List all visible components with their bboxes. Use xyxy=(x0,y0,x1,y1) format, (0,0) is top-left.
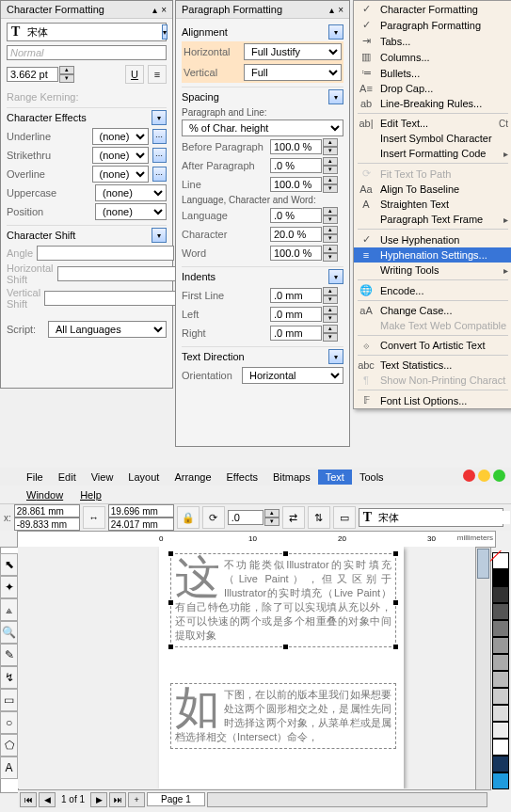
canvas[interactable]: 这 不功能类似Illustrator的实时填充（Live Paint），但又区别… xyxy=(18,547,486,788)
swatch-gray10[interactable] xyxy=(492,722,509,739)
close-icon[interactable] xyxy=(463,470,475,482)
swatch-black[interactable] xyxy=(492,569,509,586)
menu-edit-text[interactable]: ab|Edit Text...Ct xyxy=(354,116,511,131)
menu-char-formatting[interactable]: ✓Character Formatting xyxy=(354,1,511,17)
swatch-blue[interactable] xyxy=(492,756,509,772)
section-toggle-icon[interactable]: ▾ xyxy=(328,24,343,40)
swatch-gray60[interactable] xyxy=(492,637,509,654)
height-input[interactable] xyxy=(108,517,174,531)
swatch-white[interactable] xyxy=(492,739,509,756)
mirror-h-icon[interactable]: ⇄ xyxy=(282,506,305,529)
menu-change-case[interactable]: aAChange Case... xyxy=(354,303,511,318)
menu-bullets[interactable]: ≔Bullets... xyxy=(354,65,511,81)
panel-close-icon[interactable]: × xyxy=(338,5,343,15)
page-tab[interactable]: Page 1 xyxy=(147,792,205,806)
swatch-cyan[interactable] xyxy=(492,772,509,789)
menu-columns[interactable]: ▥Columns... xyxy=(354,49,511,65)
toolbar-font-input[interactable] xyxy=(376,511,510,524)
wrap-icon[interactable]: ▭ xyxy=(333,506,356,529)
strike-select[interactable]: (none) xyxy=(92,147,149,164)
tool-smart[interactable]: ↯ xyxy=(0,666,18,689)
spacing-mode-select[interactable]: % of Char. height xyxy=(182,119,343,136)
drop-icon[interactable]: ≡ xyxy=(148,65,167,84)
menu-encode[interactable]: 🌐Encode... xyxy=(354,282,511,298)
script-select[interactable]: All Languages xyxy=(48,321,167,338)
swatch-gray80[interactable] xyxy=(492,603,509,620)
menu-straighten[interactable]: AStraighten Text xyxy=(354,197,511,212)
section-toggle-icon[interactable]: ▾ xyxy=(152,110,167,125)
pos-x-input[interactable] xyxy=(14,504,80,517)
underline-icon[interactable]: U xyxy=(125,65,144,84)
uppercase-select[interactable]: (none) xyxy=(95,184,167,201)
tool-ellipse[interactable]: ○ xyxy=(0,711,18,734)
char-spacing-spinner[interactable]: ▴▾ xyxy=(270,226,338,243)
menu-effects[interactable]: Effects xyxy=(219,470,265,485)
panel-menu-icon[interactable]: ▴ xyxy=(329,5,334,15)
menu-para-formatting[interactable]: ✓Paragraph Formatting xyxy=(354,17,511,33)
orientation-select[interactable]: Horizontal xyxy=(242,367,343,384)
options-icon[interactable]: ⋯ xyxy=(152,148,167,163)
menu-convert-artistic[interactable]: ⟐Convert To Artistic Text xyxy=(354,338,511,353)
font-family-combo[interactable]: T ▾ xyxy=(7,23,167,41)
menu-dropcap[interactable]: A≡Drop Cap... xyxy=(354,81,511,96)
section-toggle-icon[interactable]: ▾ xyxy=(328,269,343,284)
position-select[interactable]: (none) xyxy=(95,203,167,220)
text-frame-2[interactable]: 如 下图，在以前的版本里我们如果想要处这两个圆形相交之处，是属性先同时选择这两个… xyxy=(170,683,396,749)
page-first-icon[interactable]: ⏮ xyxy=(20,792,37,807)
first-line-spinner[interactable]: ▴▾ xyxy=(270,287,338,304)
section-toggle-icon[interactable]: ▾ xyxy=(152,228,167,243)
menu-edit[interactable]: Edit xyxy=(51,470,84,485)
menu-hyphenation-settings[interactable]: ≡Hyphenation Settings... xyxy=(354,247,511,263)
menu-insert-symbol[interactable]: Insert Symbol Character xyxy=(354,131,511,146)
tool-shape[interactable]: ✦ xyxy=(0,576,18,598)
width-input[interactable] xyxy=(108,504,174,517)
menu-align-baseline[interactable]: AaAlign To Baseline xyxy=(354,182,511,197)
options-icon[interactable]: ⋯ xyxy=(152,167,167,182)
lock-ratio-icon[interactable]: 🔒 xyxy=(177,506,200,529)
chevron-down-icon[interactable]: ▾ xyxy=(162,24,168,40)
font-combo[interactable]: T ▾ xyxy=(359,508,503,527)
word-spacing-spinner[interactable]: ▴▾ xyxy=(270,245,338,262)
page-last-icon[interactable]: ⏭ xyxy=(109,792,126,807)
section-toggle-icon[interactable]: ▾ xyxy=(328,89,343,104)
page-next-icon[interactable]: ▶ xyxy=(90,792,107,807)
menu-insert-formatting[interactable]: Insert Formatting Code▸ xyxy=(354,146,511,161)
tool-crop[interactable]: ⟁ xyxy=(0,598,18,621)
underline-select[interactable]: (none) xyxy=(92,128,149,145)
menu-tools[interactable]: Tools xyxy=(352,470,391,485)
left-indent-spinner[interactable]: ▴▾ xyxy=(270,306,338,323)
menu-use-hyphenation[interactable]: ✓Use Hyphenation xyxy=(354,231,511,247)
menu-help[interactable]: Help xyxy=(72,487,109,502)
swatch-gray90[interactable] xyxy=(492,586,509,603)
swatch-gray70[interactable] xyxy=(492,620,509,637)
line-spacing-spinner[interactable]: ▴▾ xyxy=(270,176,338,193)
tool-polygon[interactable]: ⬠ xyxy=(0,734,18,756)
minimize-icon[interactable] xyxy=(478,470,490,482)
right-indent-spinner[interactable]: ▴▾ xyxy=(270,325,338,342)
font-family-input[interactable] xyxy=(24,25,160,39)
menu-bitmaps[interactable]: Bitmaps xyxy=(265,470,318,485)
panel-menu-icon[interactable]: ▴ xyxy=(152,5,157,15)
menu-para-text-frame[interactable]: Paragraph Text Frame▸ xyxy=(354,212,511,227)
menu-layout[interactable]: Layout xyxy=(120,470,167,485)
lang-spacing-spinner[interactable]: ▴▾ xyxy=(270,207,338,224)
swatch-none[interactable] xyxy=(492,552,509,569)
after-para-spinner[interactable]: ▴▾ xyxy=(270,157,338,174)
tool-zoom[interactable]: 🔍 xyxy=(0,621,18,644)
tool-pick[interactable]: ⬉ xyxy=(0,553,18,576)
options-icon[interactable]: ⋯ xyxy=(152,129,167,144)
text-frame-1[interactable]: 这 不功能类似Illustrator的实时填充（Live Paint），但又区别… xyxy=(170,553,396,647)
page-add-icon[interactable]: + xyxy=(128,792,145,807)
tool-text[interactable]: A xyxy=(0,756,18,779)
rotation-spinner[interactable]: ▴▾ xyxy=(228,509,279,526)
menu-view[interactable]: View xyxy=(84,470,121,485)
mirror-v-icon[interactable]: ⇅ xyxy=(308,506,330,529)
menu-arrange[interactable]: Arrange xyxy=(167,470,218,485)
pos-y-input[interactable] xyxy=(14,517,80,531)
menu-tabs[interactable]: ⇥Tabs... xyxy=(354,33,511,49)
page-prev-icon[interactable]: ◀ xyxy=(39,792,56,807)
font-size-spinner[interactable]: ▴▾ xyxy=(7,66,74,83)
menu-linebreak[interactable]: abLine-Breaking Rules... xyxy=(354,96,511,111)
swatch-gray20[interactable] xyxy=(492,705,509,722)
panel-close-icon[interactable]: × xyxy=(161,5,167,15)
